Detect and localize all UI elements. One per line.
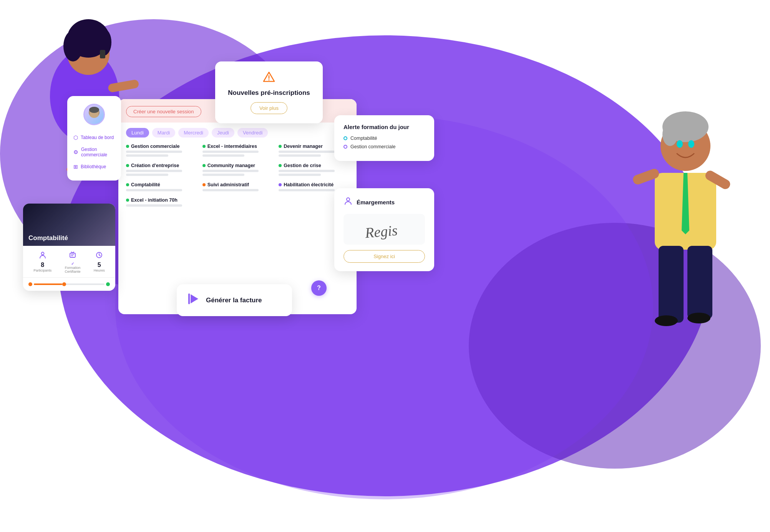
schedule-bar: [126, 151, 182, 153]
tab-vendredi[interactable]: Vendredi: [237, 128, 268, 138]
schedule-bar-short: [279, 154, 321, 157]
schedule-bar: [202, 151, 259, 153]
schedule-item-title: Gestion de crise: [279, 163, 349, 168]
list-item: Gestion commerciale: [126, 144, 196, 157]
schedule-col-1: Gestion commerciale Création d'entrepris…: [123, 141, 199, 215]
generer-facture-card[interactable]: Générer la facture: [177, 284, 292, 316]
dot-icon: [202, 183, 206, 186]
alerte-item-comptabilite: Comptabilité: [344, 136, 425, 141]
schedule-bar: [202, 189, 259, 191]
signature-area: Regis: [344, 214, 425, 245]
list-item: Création d'entreprise: [126, 163, 196, 176]
svg-point-23: [677, 140, 683, 148]
sidebar-item-tableau[interactable]: ⬡ Tableau de bord: [72, 131, 116, 144]
schedule-bar: [279, 170, 335, 172]
avatar: [83, 104, 105, 125]
dot-icon: [202, 164, 206, 167]
sidebar-item-gestion[interactable]: ⚙ Gestion commerciale: [72, 144, 116, 161]
dot-icon: [202, 145, 206, 148]
svg-marker-46: [191, 294, 198, 303]
svg-point-31: [687, 313, 710, 323]
sidebar-item-gestion-label: Gestion commerciale: [81, 147, 115, 157]
notification-card: Nouvelles pré-inscriptions Voir plus: [215, 61, 323, 123]
svg-point-39: [347, 198, 350, 201]
svg-point-22: [662, 123, 678, 146]
sidebar-item-bibliotheque-label: Bibliothèque: [81, 164, 106, 169]
sidebar-item-tableau-label: Tableau de bord: [81, 135, 114, 140]
tab-mercredi[interactable]: Mercredi: [178, 128, 209, 138]
emargements-card: Émargements Regis Signez ici: [334, 188, 434, 271]
svg-rect-42: [70, 253, 75, 257]
character-right: [609, 77, 770, 423]
heures-value: 5: [94, 262, 105, 268]
emargements-header: Émargements: [344, 197, 425, 208]
list-item: Gestion de crise: [279, 163, 349, 176]
schedule-col-2: Excel - intermédiaires Community manager…: [199, 141, 276, 215]
progress-thumb: [62, 282, 66, 286]
schedule-item-title: Excel - initiation 70h: [126, 197, 196, 203]
svg-point-30: [655, 315, 678, 326]
tab-mardi[interactable]: Mardi: [152, 128, 176, 138]
schedule-bar-short: [126, 154, 168, 157]
emargements-title: Émargements: [357, 199, 395, 206]
dot-icon: [126, 164, 129, 167]
progress-fill: [34, 283, 62, 285]
formation-label: FormationCertifiante: [65, 266, 80, 273]
stat-formation: ✓ FormationCertifiante: [65, 251, 80, 273]
schedule-item-title: Comptabilité: [126, 182, 196, 187]
play-icon: [188, 293, 200, 308]
schedule-bar: [279, 151, 335, 153]
alerte-title: Alerte formation du jour: [344, 124, 425, 130]
dot-icon: [279, 145, 282, 148]
svg-rect-29: [687, 246, 712, 319]
stat-heures: 5 Heures: [94, 251, 105, 273]
schedule-item-title: Création d'entreprise: [126, 163, 196, 168]
schedule-bar-short: [202, 174, 245, 176]
clock-icon: [94, 251, 105, 261]
progress-bar: [23, 278, 115, 291]
list-item: Excel - intermédiaires: [202, 144, 273, 157]
dot-icon: [126, 199, 129, 202]
alerte-item-gestion: Gestion commerciale: [344, 144, 425, 149]
comptabilite-card: Comptabilité 8 Participants ✓: [23, 204, 115, 291]
dot-purple-icon: [344, 145, 347, 149]
warning-icon: [226, 71, 312, 85]
progress-track: [34, 283, 105, 285]
list-item: Community manager: [202, 163, 273, 176]
tab-jeudi[interactable]: Jeudi: [212, 128, 234, 138]
sidebar-menu: ⬡ Tableau de bord ⚙ Gestion commerciale …: [67, 131, 121, 173]
create-session-button[interactable]: Créer une nouvelle session: [126, 106, 201, 117]
svg-point-41: [41, 252, 44, 255]
dot-icon: [279, 164, 282, 167]
schedule-item-title: Excel - intermédiaires: [202, 144, 273, 149]
sidebar-item-bibliotheque[interactable]: ⊞ Bibliothèque: [72, 161, 116, 173]
list-item: Excel - initiation 70h: [126, 197, 196, 207]
help-button[interactable]: ?: [311, 280, 327, 296]
schedule-bar: [126, 170, 182, 172]
signez-button[interactable]: Signez ici: [344, 250, 425, 263]
svg-point-11: [63, 31, 83, 61]
schedule-bar-short: [202, 154, 245, 157]
card-stats: 8 Participants ✓ FormationCertifiante: [23, 246, 115, 278]
dot-icon: [126, 145, 129, 148]
participants-label: Participants: [33, 268, 51, 272]
alerte-card: Alerte formation du jour Comptabilité Ge…: [334, 115, 434, 161]
gestion-icon: ⚙: [73, 149, 78, 155]
schedule-item-title: Habilitation électricité: [279, 182, 349, 187]
tab-lundi[interactable]: Lundi: [126, 128, 149, 138]
voir-plus-button[interactable]: Voir plus: [251, 102, 287, 114]
notification-title: Nouvelles pré-inscriptions: [226, 89, 312, 97]
schedule-bar: [126, 189, 182, 191]
svg-point-38: [269, 80, 270, 81]
participants-icon: [33, 251, 51, 261]
dot-cyan-icon: [344, 136, 347, 140]
bibliotheque-icon: ⊞: [73, 164, 78, 170]
list-item: Suivi administratif: [202, 182, 273, 191]
sidebar-panel: ⬡ Tableau de bord ⚙ Gestion commerciale …: [67, 96, 121, 181]
schedule-bar: [202, 170, 259, 172]
schedule-bar: [279, 189, 335, 191]
card-image: Comptabilité: [23, 204, 115, 246]
day-tabs: Lundi Mardi Mercredi Jeudi Vendredi: [118, 123, 357, 141]
svg-rect-28: [659, 246, 684, 323]
list-item: Comptabilité: [126, 182, 196, 191]
